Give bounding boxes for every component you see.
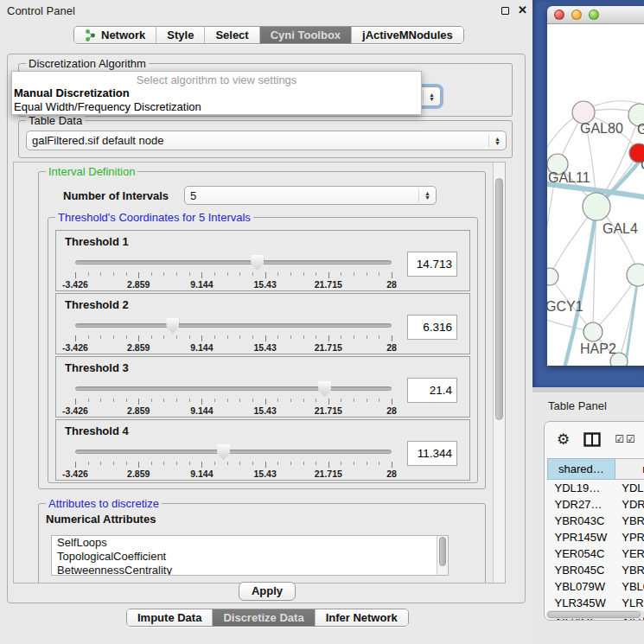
table-header-row: shared… n — [548, 459, 644, 480]
interval-definition-label: Interval Definition — [46, 165, 137, 178]
node-gal4[interactable] — [583, 193, 610, 220]
control-panel-titlebar: Control Panel ✕ — [0, 0, 532, 21]
threshold-4-slider[interactable]: -3.426 2.859 9.144 15.43 21.715 28 — [75, 444, 392, 479]
threshold-4-label: Threshold 4 — [65, 424, 129, 437]
column-header-shared[interactable]: shared… — [548, 459, 615, 480]
scrollbar-thumb[interactable] — [495, 178, 503, 420]
number-of-intervals-combo[interactable]: 5 ▲▼ — [184, 186, 437, 205]
float-panel-icon[interactable] — [501, 7, 509, 15]
threshold-1-label: Threshold 1 — [65, 235, 129, 248]
slider-thumb[interactable] — [166, 318, 179, 334]
combo-arrows-icon: ▲▼ — [423, 90, 435, 103]
slider-track[interactable] — [75, 323, 392, 328]
zoom-window-icon[interactable] — [589, 10, 599, 20]
table-row[interactable]: YER054CYER0 — [548, 545, 644, 562]
node-label-gal80: GAL80 — [580, 121, 623, 136]
number-of-intervals-label: Number of Intervals — [63, 189, 169, 202]
threshold-3-value-field[interactable]: 21.4 — [407, 378, 457, 403]
threshold-1-slider[interactable]: -3.426 2.859 9.144 15.43 21.715 28 — [75, 255, 392, 290]
table-data-group-label: Table Data — [26, 114, 85, 127]
slider-thumb[interactable] — [251, 255, 264, 271]
table-row[interactable]: YDR27…YDR2 — [548, 496, 644, 513]
tab-infer-label: Infer Network — [326, 611, 398, 624]
table-row[interactable]: YDL19…YDL1 — [548, 480, 644, 496]
panel-divider — [532, 387, 644, 392]
tab-discretize-data[interactable]: Discretize Data — [213, 609, 315, 626]
thresholds-group: Threshold's Coordinates for 5 Intervals … — [48, 217, 478, 483]
table-data-selected-value: galFiltered.sif default node — [32, 134, 163, 147]
scrollbar-thumb[interactable] — [547, 611, 641, 618]
slider-ticks — [75, 462, 392, 468]
network-view-frame: GAL80 GA C GAL11 GAL4 GCY1 H HAP2 — [532, 0, 644, 387]
table-row[interactable]: YBR045CYBR0 — [548, 562, 644, 578]
slider-tick-labels: -3.426 2.859 9.144 15.43 21.715 28 — [75, 405, 392, 416]
network-graph: GAL80 GA C GAL11 GAL4 GCY1 H HAP2 — [547, 24, 644, 366]
threshold-1-panel: Threshold 1 -3.426 2.859 9.144 — [55, 230, 470, 291]
settings-vertical-scrollbar[interactable] — [493, 163, 505, 583]
column-header-name[interactable]: n — [615, 459, 644, 480]
close-window-icon[interactable] — [554, 10, 564, 20]
interval-definition-group: Interval Definition Number of Intervals … — [38, 171, 486, 489]
gear-icon[interactable]: ⚙ — [557, 430, 570, 449]
slider-track[interactable] — [75, 386, 392, 391]
slider-thumb[interactable] — [318, 381, 331, 397]
threshold-3-panel: Threshold 3 -3.426 2.859 9.144 — [55, 356, 470, 418]
top-tab-bar: Network Style Select Cyni Toolbox jActiv… — [73, 26, 464, 44]
numerical-attributes-label: Numerical Attributes — [46, 513, 156, 526]
node-right-h[interactable] — [627, 264, 644, 286]
table-row[interactable]: YBL079WYBL0 — [548, 578, 644, 595]
algorithm-placeholder-option[interactable]: Select algorithm to view settings — [12, 72, 421, 86]
table-horizontal-scrollbar[interactable] — [546, 610, 644, 619]
threshold-2-value-field[interactable]: 6.316 — [407, 315, 457, 340]
threshold-2-slider[interactable]: -3.426 2.859 9.144 15.43 21.715 28 — [75, 318, 392, 353]
algorithm-option-equal-width[interactable]: Equal Width/Frequency Discretization — [12, 100, 421, 114]
table-row[interactable]: YPR145WYPR1 — [548, 529, 644, 545]
network-canvas[interactable]: GAL80 GA C GAL11 GAL4 GCY1 H HAP2 — [547, 24, 644, 366]
tab-select[interactable]: Select — [205, 27, 259, 43]
tab-jactive-label: jActiveMNodules — [362, 29, 453, 41]
attributes-group-label: Attributes to discretize — [46, 497, 162, 510]
thresholds-group-label: Threshold's Coordinates for 5 Intervals — [55, 211, 253, 224]
node-label-hap2: HAP2 — [580, 341, 616, 356]
slider-track[interactable] — [75, 260, 392, 265]
bottom-tab-bar: Impute Data Discretize Data Infer Networ… — [126, 609, 409, 627]
columns-icon[interactable] — [583, 432, 601, 447]
slider-ticks — [75, 335, 392, 341]
threshold-3-slider[interactable]: -3.426 2.859 9.144 15.43 21.715 28 — [75, 381, 392, 416]
checkbox-columns-icon[interactable]: ☑☑ — [615, 433, 637, 445]
list-item[interactable]: TopologicalCoefficient — [52, 550, 448, 564]
algorithm-option-manual[interactable]: Manual Discretization — [12, 86, 421, 100]
slider-ticks — [75, 399, 392, 405]
list-item[interactable]: BetweennessCentrality — [52, 564, 448, 576]
threshold-2-panel: Threshold 2 -3.426 2.859 9.144 — [55, 293, 470, 354]
network-window: GAL80 GA C GAL11 GAL4 GCY1 H HAP2 — [547, 6, 644, 366]
tab-jactivemnodules[interactable]: jActiveMNodules — [352, 27, 463, 43]
threshold-1-value-field[interactable]: 14.713 — [407, 252, 457, 277]
slider-track[interactable] — [75, 450, 392, 454]
tab-select-label: Select — [215, 29, 248, 41]
tab-network[interactable]: Network — [74, 27, 156, 43]
table-row[interactable]: YLR345WYLR3 — [548, 595, 644, 611]
list-item[interactable]: SelfLoops — [52, 536, 448, 550]
table-row[interactable]: YBR043CYBR0 — [548, 513, 644, 529]
node-label-partial-ga: GA — [637, 122, 644, 137]
apply-button[interactable]: Apply — [239, 582, 296, 601]
combo-arrows-icon: ▲▼ — [418, 189, 430, 202]
slider-tick-labels: -3.426 2.859 9.144 15.43 21.715 28 — [75, 342, 392, 353]
tab-style[interactable]: Style — [156, 27, 205, 43]
slider-thumb[interactable] — [217, 444, 230, 460]
node-gcy1[interactable] — [547, 268, 558, 285]
attributes-list-scrollbar[interactable] — [437, 536, 448, 575]
node-hap2[interactable] — [583, 322, 603, 341]
network-icon — [85, 29, 96, 41]
table-data-combo[interactable]: galFiltered.sif default node ▲▼ — [26, 131, 507, 150]
numerical-attributes-list[interactable]: SelfLoops TopologicalCoefficient Between… — [51, 535, 449, 576]
tab-infer-network[interactable]: Infer Network — [316, 609, 408, 626]
tab-style-label: Style — [167, 29, 194, 41]
tab-cyni-toolbox[interactable]: Cyni Toolbox — [260, 27, 352, 43]
tab-impute-data[interactable]: Impute Data — [127, 609, 213, 626]
slider-tick-labels: -3.426 2.859 9.144 15.43 21.715 28 — [75, 469, 392, 479]
minimize-window-icon[interactable] — [571, 10, 582, 20]
close-panel-icon[interactable]: ✕ — [518, 3, 527, 16]
threshold-4-value-field[interactable]: 11.344 — [407, 441, 457, 466]
